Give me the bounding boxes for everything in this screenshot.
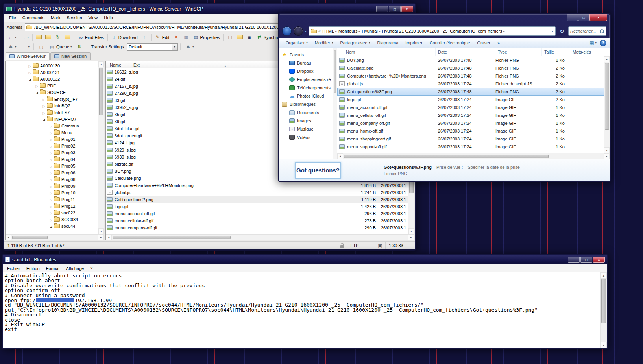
refresh-icon[interactable] bbox=[558, 27, 566, 35]
tree-node[interactable]: INFOPRO7 bbox=[6, 116, 104, 122]
tree-node[interactable]: SOC034 bbox=[6, 216, 104, 223]
file-rows[interactable]: BUY.png 26/07/2003 17:48 Fichier PNG 1 K… bbox=[337, 56, 610, 153]
address-history-dropdown-icon[interactable] bbox=[552, 30, 553, 33]
maximize-button[interactable] bbox=[578, 14, 589, 21]
tree-expander-icon[interactable] bbox=[28, 70, 32, 75]
tree-node[interactable]: Prog09 bbox=[6, 183, 104, 189]
transfer-list-button[interactable] bbox=[75, 43, 84, 51]
tree-node[interactable]: Prog12 bbox=[6, 203, 104, 209]
breadcrumb-overflow-chevron[interactable]: « bbox=[318, 29, 321, 33]
explorer-window[interactable]: « HTML Moniteurs Hyundai Hyundai 21 bbox=[278, 13, 611, 182]
scroll-right-icon[interactable]: ▸ bbox=[98, 235, 104, 240]
tree-expander-icon[interactable] bbox=[49, 124, 53, 128]
menu-item[interactable]: Help bbox=[101, 14, 116, 21]
transfer-settings-button[interactable]: Transfer Settings bbox=[90, 43, 126, 51]
list-scrollbar-horizontal[interactable]: ◂ ▸ bbox=[337, 153, 610, 159]
minimize-button[interactable] bbox=[376, 6, 388, 12]
back-button[interactable] bbox=[282, 26, 292, 36]
breadcrumb-segment[interactable]: Moniteurs bbox=[338, 29, 360, 33]
file-row[interactable]: menu_support-off.gif 26/07/2003 17:24 Im… bbox=[337, 143, 610, 151]
scroll-down-icon[interactable]: ▼ bbox=[98, 228, 104, 234]
command-bar-item[interactable]: Modifier bbox=[311, 39, 337, 47]
column-header[interactable]: Taille bbox=[542, 48, 570, 56]
toolbar-button[interactable] bbox=[172, 33, 181, 41]
tree-node[interactable]: Prog01 bbox=[6, 136, 104, 142]
column-header[interactable]: Nom bbox=[337, 48, 436, 56]
menu-item[interactable]: File bbox=[6, 14, 19, 21]
sidebar-item[interactable]: Bureau bbox=[279, 59, 337, 67]
scrollbar-thumb[interactable] bbox=[113, 236, 231, 239]
command-bar-item[interactable]: Courrier électronique bbox=[426, 39, 474, 47]
maximize-button[interactable] bbox=[580, 257, 592, 263]
tree-node[interactable]: Prog11 bbox=[6, 196, 104, 203]
notepad-titlebar[interactable]: script.txt - Bloc-notes bbox=[3, 255, 607, 264]
session-tab[interactable]: New Session bbox=[50, 52, 91, 60]
tree-node[interactable]: Prog06 bbox=[6, 169, 104, 176]
search-input[interactable] bbox=[570, 29, 598, 33]
tree-expander-icon[interactable] bbox=[49, 157, 53, 162]
file-row[interactable]: logo.gif 26/07/2003 17:24 Image GIF 2 Ko bbox=[337, 96, 610, 103]
tree-node[interactable]: Prog03 bbox=[6, 149, 104, 156]
tree-node[interactable]: Menu bbox=[6, 129, 104, 136]
transfer-options-button[interactable] bbox=[183, 43, 196, 51]
tree-expander-icon[interactable] bbox=[49, 197, 53, 202]
toolbar-button[interactable] bbox=[235, 33, 244, 41]
tree-expander-icon[interactable] bbox=[49, 130, 53, 135]
tree-expander-icon[interactable] bbox=[35, 83, 39, 88]
file-row[interactable]: menu_shoppingcart.gif 26/07/2003 17:24 I… bbox=[337, 135, 610, 143]
file-row[interactable]: BUY.png 26/07/2003 17:48 Fichier PNG 1 K… bbox=[337, 56, 610, 64]
column-header[interactable]: Date bbox=[436, 48, 495, 56]
file-row[interactable]: menu_cellular-off.gif 278 B 26/07/2003 1 bbox=[106, 217, 414, 224]
toolbar-button[interactable]: Download bbox=[109, 33, 139, 41]
tree-node[interactable]: Prog04 bbox=[6, 156, 104, 163]
toolbar-button[interactable] bbox=[151, 34, 152, 41]
toolbar-button[interactable] bbox=[181, 33, 191, 41]
scrollbar-thumb[interactable] bbox=[601, 279, 606, 323]
tree-node[interactable]: SOURCE bbox=[6, 89, 104, 96]
scrollbar-thumb[interactable] bbox=[334, 50, 336, 93]
winscp-titlebar[interactable]: Hyundai 21 G210 1600X1200 _25 ComputerHQ… bbox=[4, 4, 415, 14]
chevron-right-icon[interactable] bbox=[503, 30, 505, 33]
status-terminal[interactable] bbox=[375, 242, 385, 249]
tree-expander-icon[interactable] bbox=[42, 117, 46, 122]
toolbar-button[interactable] bbox=[225, 33, 235, 41]
status-lock[interactable] bbox=[337, 242, 347, 249]
tree-node[interactable]: Commun bbox=[6, 122, 104, 129]
remote-tree-panel[interactable]: A0000130 A0000131 A0000132 bbox=[5, 61, 104, 240]
file-row[interactable]: global.js 26/07/2003 17:24 Fichier de sc… bbox=[337, 80, 610, 88]
column-header[interactable]: Mots-clés bbox=[570, 48, 610, 56]
explorer-file-area[interactable]: Nom Date Type Taille Mots-clés BUY.png 2… bbox=[337, 48, 610, 159]
scrollbar-thumb[interactable] bbox=[12, 236, 48, 239]
file-row[interactable]: Got+questions%3F.png 26/07/2003 17:48 Fi… bbox=[337, 88, 610, 96]
editor-scrollbar-vertical[interactable]: ▲ ▼ bbox=[600, 272, 607, 348]
sidebar-item[interactable]: Téléchargements bbox=[279, 83, 337, 92]
menu-item[interactable]: Session bbox=[63, 14, 85, 21]
toolbar-button[interactable] bbox=[6, 33, 18, 41]
preview-meta-value[interactable]: Spécifier la date de la prise bbox=[467, 165, 520, 170]
tree-node[interactable]: InfoES7 bbox=[6, 109, 104, 116]
command-bar-item[interactable]: Imprimer bbox=[402, 39, 426, 47]
scroll-right-icon[interactable]: ▸ bbox=[408, 235, 414, 240]
tree-expander-icon[interactable] bbox=[49, 150, 53, 155]
toolbar-button[interactable] bbox=[34, 33, 43, 41]
explorer-titlebar[interactable] bbox=[279, 14, 610, 24]
toolbar-button[interactable] bbox=[63, 33, 72, 41]
directory-tree[interactable]: A0000130 A0000131 A0000132 bbox=[6, 61, 104, 234]
command-bar-item[interactable]: Diaporama bbox=[373, 39, 402, 47]
transfer-preset-combo[interactable]: Default bbox=[127, 43, 178, 51]
column-header-name[interactable]: Name bbox=[106, 63, 133, 67]
tree-expander-icon[interactable] bbox=[49, 164, 53, 168]
chevron-right-icon[interactable] bbox=[379, 30, 381, 33]
queue-button[interactable]: Queue bbox=[47, 43, 74, 51]
sidebar-item[interactable]: Documents bbox=[279, 108, 337, 116]
tree-node[interactable]: soc044 bbox=[6, 223, 104, 229]
breadcrumb-segment[interactable]: Hyundai bbox=[362, 29, 380, 33]
file-row[interactable]: menu_cellular-off.gif 26/07/2003 17:24 I… bbox=[337, 111, 610, 119]
sidebar-item[interactable]: Vidéos bbox=[279, 133, 337, 141]
tree-expander-icon[interactable] bbox=[49, 184, 53, 188]
file-row[interactable]: menu_account-off.gif 26/07/2003 17:24 Im… bbox=[337, 103, 610, 111]
menu-item[interactable]: Affichage bbox=[63, 265, 87, 272]
tree-expander-icon[interactable] bbox=[35, 90, 39, 95]
new-window-button[interactable] bbox=[37, 43, 46, 51]
sidebar-item[interactable]: Images bbox=[279, 116, 337, 125]
